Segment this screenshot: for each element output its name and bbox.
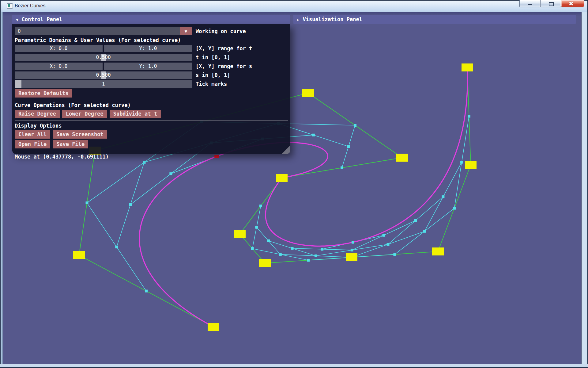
title-bar[interactable]: Bezier Curves xyxy=(1,1,587,12)
decasteljau-point xyxy=(352,241,354,243)
tick-marks-value: 1 xyxy=(15,80,192,88)
control-point-handle[interactable] xyxy=(73,251,85,259)
s-range-y-field[interactable]: Y: 1.0 xyxy=(104,63,192,70)
window-frame-left xyxy=(0,12,3,368)
decasteljau-point xyxy=(86,201,89,204)
decasteljau-point xyxy=(291,247,294,250)
curve-select-dropdown[interactable]: 0 xyxy=(15,27,180,35)
decasteljau-point xyxy=(307,259,310,262)
save-screenshot-button[interactable]: Save Screenshot xyxy=(53,130,107,139)
control-panel-title: Control Panel xyxy=(21,16,62,22)
collapse-right-icon[interactable]: ► xyxy=(297,15,300,24)
control-point-handle[interactable] xyxy=(346,253,357,261)
control-point-handle[interactable] xyxy=(432,247,444,255)
section-display-options: Display Options xyxy=(15,123,288,129)
decasteljau-point xyxy=(129,203,132,206)
window-frame-bottom xyxy=(0,364,588,368)
decasteljau-point xyxy=(267,240,270,242)
decasteljau-point xyxy=(354,124,356,127)
t-slider-label: t in [0, 1] xyxy=(196,54,230,60)
control-panel-header[interactable]: ▼Control Panel xyxy=(12,15,290,24)
dropdown-arrow-icon[interactable]: ▼ xyxy=(180,27,192,35)
control-point-handle[interactable] xyxy=(396,154,408,162)
restore-defaults-button[interactable]: Restore Defaults xyxy=(15,89,72,98)
tick-marks-label: Tick marks xyxy=(196,81,227,87)
control-point-handle[interactable] xyxy=(234,230,246,238)
t-slider[interactable]: 0.500 xyxy=(15,54,192,61)
control-point-handle[interactable] xyxy=(208,323,219,331)
separator xyxy=(15,151,288,151)
decasteljau-point xyxy=(321,248,323,251)
subdivide-button[interactable]: Subdivide at t xyxy=(110,110,161,118)
decasteljau-point xyxy=(341,167,343,169)
maximize-icon xyxy=(549,2,554,6)
working-on-curve-label: Working on curve xyxy=(196,28,246,34)
t-range-y-field[interactable]: Y: 1.0 xyxy=(104,45,192,52)
s-slider-value: 0.500 xyxy=(15,71,192,79)
decasteljau-point xyxy=(347,145,350,148)
separator xyxy=(15,121,288,121)
mouse-position-status: Mouse at (0.437778, -0.691111) xyxy=(15,154,288,160)
s-slider[interactable]: 0.500 xyxy=(15,71,192,79)
decasteljau-point xyxy=(423,230,426,233)
bezier-curve xyxy=(266,67,467,246)
t-range-x-field[interactable]: X: 0.0 xyxy=(15,45,103,52)
control-panel: 0 ▼ Working on curve Parametric Domains … xyxy=(12,24,290,154)
panel-resize-grip[interactable] xyxy=(282,145,290,154)
app-icon xyxy=(7,3,13,9)
minimize-button[interactable] xyxy=(519,0,540,7)
collapse-down-icon[interactable]: ▼ xyxy=(16,15,18,24)
visualization-panel-header[interactable]: ►Visualization Panel xyxy=(293,15,576,24)
s-range-x-field[interactable]: X: 0.0 xyxy=(15,63,103,70)
close-button[interactable] xyxy=(561,0,584,7)
decasteljau-point xyxy=(312,134,315,136)
decasteljau-point xyxy=(251,247,254,250)
window-frame-right xyxy=(581,12,588,368)
decasteljau-polyline xyxy=(269,197,443,256)
separator xyxy=(15,100,288,100)
decasteljau-point xyxy=(387,243,390,246)
decasteljau-point xyxy=(115,246,118,248)
decasteljau-point xyxy=(383,234,385,237)
t-slider-value: 0.500 xyxy=(15,54,192,61)
window-controls xyxy=(519,0,584,7)
decasteljau-point xyxy=(255,226,258,229)
control-point-handle[interactable] xyxy=(276,174,288,182)
decasteljau-point xyxy=(351,249,353,251)
lower-degree-button[interactable]: Lower Degree xyxy=(62,110,107,118)
maximize-button[interactable] xyxy=(540,0,561,7)
decasteljau-point xyxy=(259,205,262,207)
s-range-label: [X, Y] range for s xyxy=(196,63,252,69)
bezier-curve xyxy=(139,143,328,327)
control-point-handle[interactable] xyxy=(302,89,314,97)
section-curve-operations: Curve Operations (For selected curve) xyxy=(15,102,288,108)
raise-degree-button[interactable]: Raise Degree xyxy=(15,110,60,118)
control-point-handle[interactable] xyxy=(259,259,271,267)
save-file-button[interactable]: Save File xyxy=(53,140,88,148)
app-window: Bezier Curves ►Visualization Panel ▼Cont… xyxy=(0,0,588,368)
control-point-handle[interactable] xyxy=(465,161,477,169)
decasteljau-point xyxy=(394,253,396,256)
window-title: Bezier Curves xyxy=(15,3,45,9)
visualization-panel-title: Visualization Panel xyxy=(303,16,362,22)
open-file-button[interactable]: Open File xyxy=(15,140,50,148)
section-parametric-domains: Parametric Domains & User Values (For se… xyxy=(15,37,288,43)
control-point-handle[interactable] xyxy=(462,63,473,71)
decasteljau-point xyxy=(453,207,456,210)
decasteljau-point xyxy=(145,290,148,293)
decasteljau-point xyxy=(169,172,172,175)
decasteljau-point xyxy=(442,195,444,198)
decasteljau-point xyxy=(460,161,463,164)
app-icon-glyph xyxy=(8,4,10,7)
decasteljau-point xyxy=(414,219,417,222)
decasteljau-point xyxy=(143,161,146,164)
minimize-icon xyxy=(528,4,532,5)
decasteljau-point xyxy=(279,253,282,256)
clear-all-button[interactable]: Clear All xyxy=(15,130,50,139)
t-range-label: [X, Y] range for t xyxy=(196,45,252,52)
client-area: ►Visualization Panel ▼Control Panel 0 ▼ … xyxy=(3,12,581,364)
s-slider-label: s in [0, 1] xyxy=(196,72,230,78)
decasteljau-point xyxy=(315,255,317,257)
decasteljau-point xyxy=(468,115,470,118)
tick-marks-slider[interactable]: 1 xyxy=(15,80,192,88)
